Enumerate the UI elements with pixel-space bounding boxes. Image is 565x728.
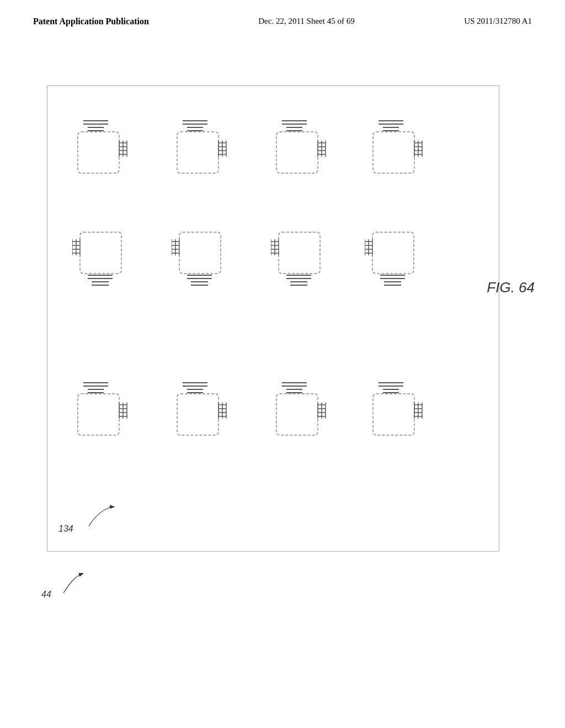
- svg-rect-136: [373, 394, 414, 435]
- svg-rect-100: [78, 394, 119, 435]
- svg-rect-79: [279, 232, 320, 274]
- svg-text:134: 134: [58, 524, 73, 533]
- diagram-area: 134 FIG. 64 44: [30, 85, 535, 684]
- component-r3c4: [367, 378, 431, 442]
- component-r2c1: [72, 229, 138, 296]
- svg-rect-124: [276, 394, 318, 435]
- ref-44-annotation: 44: [41, 565, 124, 598]
- diagram-box: 134: [47, 85, 499, 552]
- ref-134-annotation: 134: [58, 490, 196, 534]
- component-r2c2: [172, 229, 238, 296]
- component-r2c3: [271, 229, 337, 296]
- component-r1c4: [367, 116, 431, 180]
- svg-rect-16: [177, 132, 218, 173]
- svg-rect-28: [276, 132, 318, 173]
- publication-number: US 2011/312780 A1: [464, 15, 532, 27]
- component-r1c3: [271, 116, 334, 180]
- publication-title: Patent Application Publication: [33, 15, 149, 28]
- component-r1c2: [172, 116, 235, 180]
- component-r2c4: [365, 229, 431, 296]
- component-r3c1: [72, 378, 136, 442]
- figure-label: FIG. 64: [487, 279, 535, 297]
- svg-text:44: 44: [41, 590, 51, 598]
- svg-rect-91: [372, 232, 414, 274]
- publication-date-sheet: Dec. 22, 2011 Sheet 45 of 69: [258, 15, 354, 27]
- svg-rect-4: [78, 132, 119, 173]
- component-r3c2: [172, 378, 235, 442]
- page-header: Patent Application Publication Dec. 22, …: [0, 0, 565, 28]
- svg-rect-40: [373, 132, 414, 173]
- svg-rect-67: [179, 232, 221, 274]
- component-r1c1: [72, 116, 136, 180]
- svg-rect-55: [80, 232, 121, 274]
- svg-rect-112: [177, 394, 218, 435]
- component-r3c3: [271, 378, 334, 442]
